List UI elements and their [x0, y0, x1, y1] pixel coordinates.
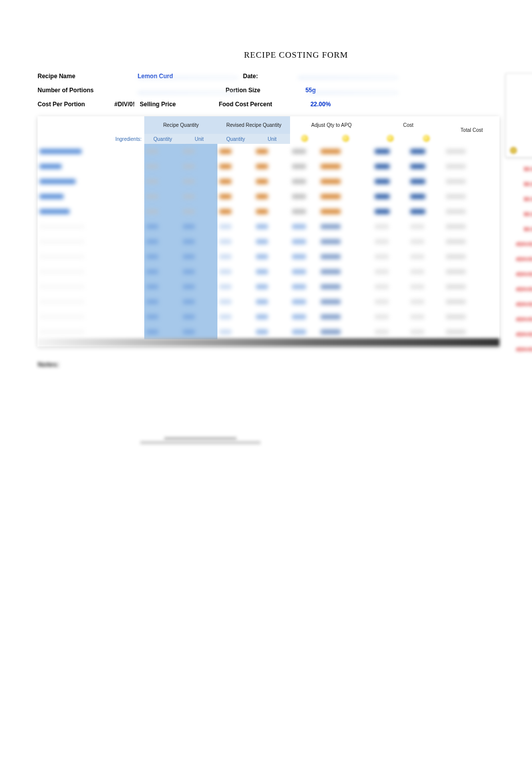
- yellow-marker-icon: [387, 135, 394, 142]
- footer-watermark: [140, 436, 260, 445]
- table-row: [38, 234, 499, 249]
- recipe-name-label: Recipe Name: [38, 73, 108, 80]
- table-row: [38, 189, 499, 204]
- yellow-marker-icon: [301, 135, 308, 142]
- side-total-value: #DIV/0!: [505, 312, 532, 327]
- th-adjust-qty: Adjust Qty to APQ: [290, 116, 372, 134]
- table-row: [38, 219, 499, 234]
- table-row: [38, 309, 499, 324]
- food-cost-percent-value: 22.00%: [298, 101, 343, 108]
- th-rq-quantity: Quantity: [144, 134, 181, 144]
- num-portions-label: Number of Portions: [38, 87, 108, 94]
- yellow-marker-icon: [342, 135, 349, 142]
- costing-table: Ingredients: Recipe Quantity Revised Rec…: [38, 116, 499, 339]
- side-total-value: $0.0: [505, 222, 532, 237]
- th-ingredients: Ingredients:: [38, 116, 144, 144]
- food-cost-percent-label: Food Cost Percent: [198, 101, 298, 108]
- cost-per-portion-label: Cost Per Portion: [38, 101, 108, 108]
- side-total-value: #DIV/0!: [505, 327, 532, 342]
- side-total-value: #DIV/0!: [505, 252, 532, 267]
- side-total-value: $0.0: [505, 191, 532, 207]
- th-recipe-quantity: Recipe Quantity: [144, 116, 217, 134]
- side-total-value: #DIV/0!: [505, 282, 532, 297]
- table-row: [38, 279, 499, 294]
- side-total-value: #DIV/0!: [505, 297, 532, 312]
- side-total-value: #DIV/0!: [505, 267, 532, 282]
- table-row: [38, 249, 499, 264]
- table-row: [38, 294, 499, 309]
- table-row: [38, 264, 499, 279]
- header-section: Recipe Name Lemon Curd Date: Number of P…: [38, 69, 499, 111]
- costing-table-container: Ingredients: Recipe Quantity Revised Rec…: [38, 116, 499, 346]
- th-rrq-quantity: Quantity: [217, 134, 254, 144]
- cost-per-portion-value: #DIV/0!: [108, 101, 138, 108]
- table-footer-bar: [38, 338, 499, 346]
- side-panel: $0.0$0.0$0.0$0.0$0.0#DIV/0!#DIV/0!#DIV/0…: [505, 73, 532, 374]
- side-total-value: #DIV/0!: [505, 237, 532, 252]
- table-row: [38, 204, 499, 219]
- th-revised-recipe-quantity: Revised Recipe Quantity: [217, 116, 290, 134]
- yellow-marker-icon: [423, 135, 430, 142]
- side-total-value: #DIV/0!: [505, 342, 532, 357]
- notes-label: Notes:: [38, 360, 499, 368]
- table-row: [38, 159, 499, 174]
- side-total-value: $0.0: [505, 207, 532, 222]
- selling-price-label: Selling Price: [138, 101, 198, 108]
- th-rrq-unit: Unit: [254, 134, 291, 144]
- side-box: [505, 73, 532, 157]
- form-title: RECIPE COSTING FORM: [93, 50, 499, 60]
- table-row: [38, 144, 499, 159]
- table-row: [38, 174, 499, 189]
- th-cost: Cost: [373, 116, 444, 134]
- side-total-value: $0.0: [505, 161, 532, 176]
- table-row: [38, 324, 499, 339]
- th-total-cost: Total Cost: [444, 116, 499, 144]
- side-total-value: $0.0: [505, 176, 532, 191]
- th-rq-unit: Unit: [181, 134, 217, 144]
